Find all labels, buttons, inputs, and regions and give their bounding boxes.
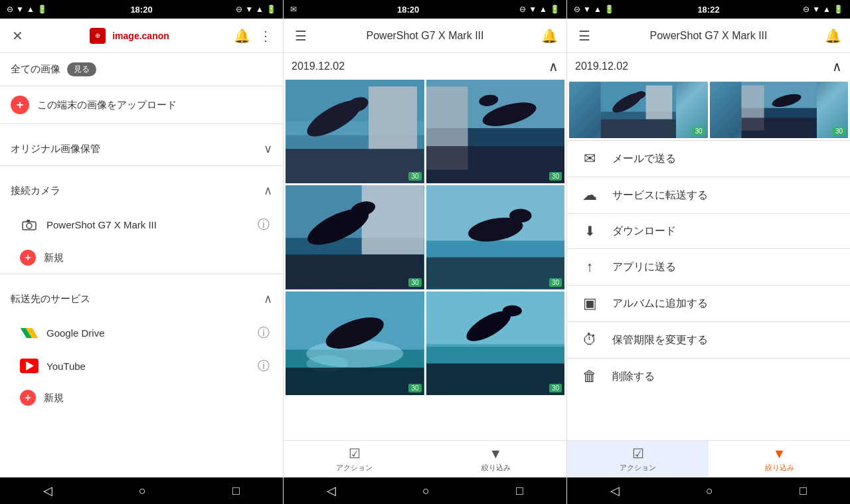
photo-badge-5: 30 [408, 384, 421, 392]
spacer-2 [0, 166, 283, 174]
photo-cell-6[interactable]: 30 [426, 292, 565, 395]
signal2-icon: ▲ [27, 5, 35, 14]
service-item-gdrive[interactable]: Google Drive ⓘ [0, 315, 283, 350]
left-panel: ⊖ ▼ ▲ 🔋 18:20 ⊖ ▼ ▲ 🔋 ✕ ⊕ image.canon 🔔 … [0, 0, 284, 504]
menu-item-service[interactable]: ☁ サービスに転送する [567, 177, 850, 213]
svg-rect-11 [369, 86, 417, 149]
menu-item-delete[interactable]: 🗑 削除する [567, 359, 850, 394]
right-photo-badge-2: 30 [833, 127, 845, 135]
bell-button-left[interactable]: 🔔 [232, 27, 251, 45]
service-item-youtube[interactable]: YouTube ⓘ [0, 350, 283, 382]
menu-item-retention[interactable]: ⏱ 保管期限を変更する [567, 322, 850, 358]
app-bar-title-mid: PowerShot G7 X Mark III [315, 30, 535, 42]
right-photo-2[interactable]: 30 [710, 82, 849, 138]
youtube-play-icon [26, 361, 34, 371]
status-icons-right-left: ⊖ ▼ ▲ 🔋 [574, 5, 614, 14]
status-bar-left: ⊖ ▼ ▲ 🔋 18:20 ⊖ ▼ ▲ 🔋 [0, 0, 283, 19]
date-label-mid: 2019.12.02 [292, 60, 345, 72]
action-tab-mid[interactable]: ☑ アクション [284, 441, 425, 477]
retention-label: 保管期限を変更する [612, 333, 708, 347]
mail-label: メールで送る [612, 152, 676, 166]
svg-rect-23 [362, 185, 424, 254]
gdrive-icon [20, 323, 39, 342]
camera-icon [20, 215, 39, 234]
right-panel: ⊖ ▼ ▲ 🔋 18:22 ⊖ ▼ ▲ 🔋 ☰ PowerShot G7 X M… [567, 0, 850, 504]
connected-cameras-header[interactable]: 接続カメラ ∧ [0, 174, 283, 207]
delete-label: 削除する [612, 370, 655, 384]
info-icon-gdrive[interactable]: ⓘ [258, 325, 270, 341]
right-photo-1[interactable]: 30 [569, 82, 708, 138]
camera-item-powershot[interactable]: PowerShot G7 X Mark III ⓘ [0, 207, 283, 242]
home-button-mid[interactable]: ○ [422, 484, 430, 498]
new-service-item[interactable]: + 新規 [0, 382, 283, 414]
filter-tab-right[interactable]: ▼ 絞り込み [709, 441, 850, 477]
svg-rect-50 [601, 120, 676, 138]
context-menu: ✉ メールで送る ☁ サービスに転送する ⬇ ダウンロード ↑ アプリに送る ▣… [567, 140, 850, 440]
original-storage-header[interactable]: オリジナル画像保管 ∨ [0, 132, 283, 165]
menu-button-right[interactable]: ☰ [575, 27, 594, 45]
action-label-mid: アクション [336, 463, 373, 473]
svg-rect-32 [426, 258, 565, 290]
right-photo-badge-1: 30 [692, 127, 705, 135]
photo-badge-4: 30 [549, 278, 562, 287]
menu-item-app[interactable]: ↑ アプリに送る [567, 249, 850, 285]
photo-cell-1[interactable]: 30 [286, 80, 424, 183]
photo-cell-4[interactable]: 30 [426, 185, 565, 289]
battery-icon: 🔋 [37, 5, 47, 14]
more-button-left[interactable]: ⋮ [256, 27, 275, 45]
svg-rect-38 [286, 367, 424, 395]
spacer-3 [0, 274, 283, 282]
menu-item-mail[interactable]: ✉ メールで送る [567, 141, 850, 177]
action-tab-right[interactable]: ☑ アクション [567, 441, 709, 477]
all-images-label: 全ての画像 [11, 63, 60, 76]
bell-button-mid[interactable]: 🔔 [540, 27, 558, 45]
info-icon-camera[interactable]: ⓘ [258, 216, 270, 232]
status-icons-mid-left: ✉ [290, 5, 297, 14]
wifi3-icon: ▼ [529, 5, 537, 14]
transfer-services-label: 転送先のサービス [11, 293, 90, 305]
recent-button-mid[interactable]: □ [516, 484, 523, 498]
mail-icon-menu: ✉ [580, 150, 599, 167]
close-button[interactable]: ✕ [8, 27, 27, 45]
signal8-icon: ▲ [594, 5, 602, 14]
album-icon-menu: ▣ [580, 295, 599, 312]
app-label: アプリに送る [612, 260, 676, 274]
menu-button-mid[interactable]: ☰ [292, 27, 310, 45]
menu-item-download[interactable]: ⬇ ダウンロード [567, 214, 850, 248]
upload-item[interactable]: + この端末の画像をアップロード [0, 86, 283, 124]
back-button-left[interactable]: ◁ [43, 483, 52, 498]
app-title: image.canon [112, 31, 169, 41]
filter-tab-mid[interactable]: ▼ 絞り込み [425, 441, 566, 477]
new-camera-item[interactable]: + 新規 [0, 242, 283, 274]
transfer-services-header[interactable]: 転送先のサービス ∧ [0, 282, 283, 315]
photo-badge-6: 30 [549, 384, 562, 392]
photo-cell-3[interactable]: 30 [286, 185, 424, 289]
svg-rect-47 [646, 86, 673, 120]
photo-cell-5[interactable]: 30 [286, 292, 424, 395]
battery3-icon: 🔋 [550, 5, 560, 14]
timer-icon-menu: ⏱ [580, 331, 599, 349]
info-icon-youtube[interactable]: ⓘ [258, 358, 270, 374]
new-service-plus-icon: + [20, 390, 36, 406]
recent-button-left[interactable]: □ [232, 484, 240, 498]
back-button-right[interactable]: ◁ [610, 483, 620, 498]
date-label-right: 2019.12.02 [575, 60, 628, 72]
service-label: サービスに転送する [612, 189, 708, 203]
battery2-icon: 🔋 [266, 5, 276, 14]
bell-button-right[interactable]: 🔔 [823, 27, 842, 45]
photo-cell-2[interactable]: 30 [426, 80, 565, 183]
spacer-1 [0, 124, 283, 132]
signal6-icon: ▲ [539, 5, 547, 14]
svg-rect-55 [741, 118, 816, 138]
svg-rect-14 [286, 149, 424, 183]
home-button-right[interactable]: ○ [706, 484, 713, 498]
photo-badge-2: 30 [549, 172, 562, 181]
menu-item-album[interactable]: ▣ アルバムに追加する [567, 286, 850, 321]
status-bar-mid: ✉ 18:20 ⊖ ▼ ▲ 🔋 [284, 0, 566, 19]
back-button-mid[interactable]: ◁ [327, 483, 336, 498]
battery5-icon: 🔋 [833, 5, 843, 14]
svg-rect-26 [286, 255, 424, 290]
home-button-left[interactable]: ○ [139, 484, 146, 498]
all-images-badge[interactable]: 見る [67, 62, 96, 76]
recent-button-right[interactable]: □ [800, 484, 807, 498]
